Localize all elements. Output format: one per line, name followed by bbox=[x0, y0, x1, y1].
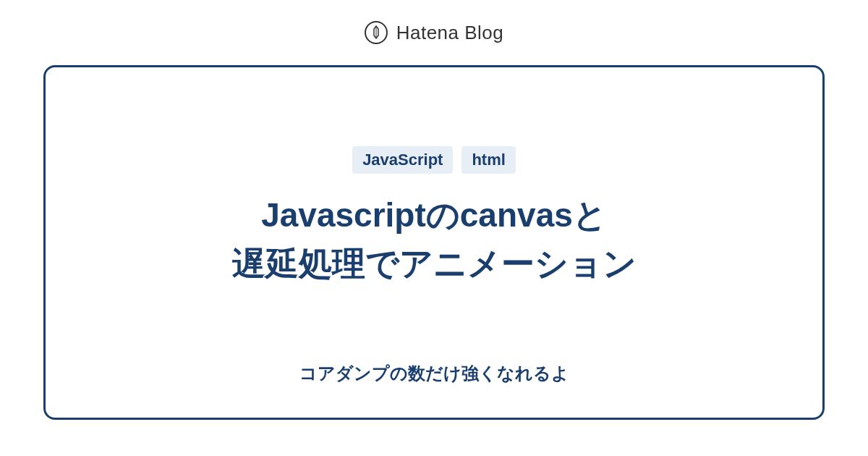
header: Hatena Blog bbox=[0, 0, 868, 65]
hatena-logo-icon bbox=[365, 21, 388, 44]
brand-name: Hatena Blog bbox=[396, 22, 504, 44]
pen-icon bbox=[370, 25, 382, 40]
tag-list: JavaScript html bbox=[352, 146, 516, 174]
tag-item[interactable]: html bbox=[461, 146, 515, 174]
title-line: Javascriptのcanvasと bbox=[261, 196, 607, 234]
title-line: 遅延処理でアニメーション bbox=[232, 245, 637, 282]
article-card: JavaScript html Javascriptのcanvasと 遅延処理で… bbox=[43, 65, 825, 420]
article-title: Javascriptのcanvasと 遅延処理でアニメーション bbox=[232, 191, 637, 287]
tag-item[interactable]: JavaScript bbox=[352, 146, 453, 174]
blog-name: コアダンプの数だけ強くなれるよ bbox=[299, 362, 569, 385]
